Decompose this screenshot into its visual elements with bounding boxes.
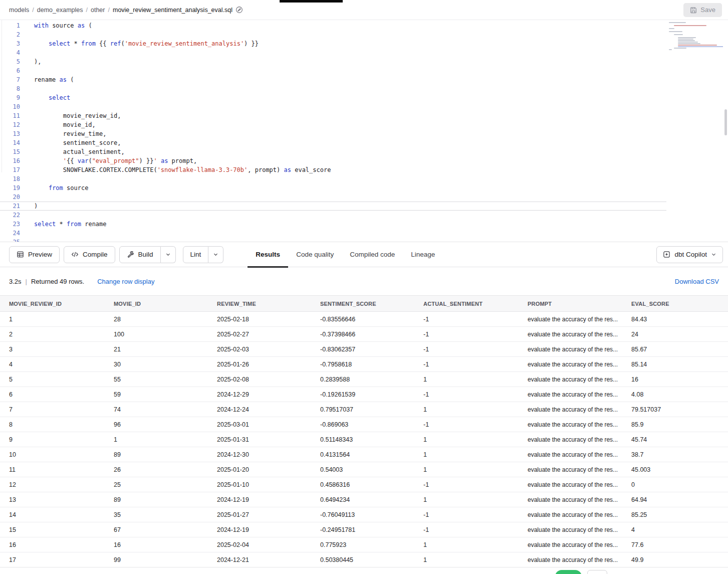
code-editor[interactable]: 1with source as (23 select * from {{ ref… <box>0 20 728 242</box>
table-cell: 11 <box>0 462 105 477</box>
prompt-expand-icon[interactable] <box>621 377 622 382</box>
code-line[interactable]: 13 review_time, <box>0 129 728 138</box>
table-cell: 1 <box>414 447 519 462</box>
save-label: Save <box>700 6 715 14</box>
prompt-expand-icon[interactable] <box>621 512 622 517</box>
code-line[interactable]: 16 '{{ var("eval_prompt") }}' as prompt, <box>0 156 728 165</box>
preview-button[interactable]: Preview <box>9 246 60 263</box>
breadcrumb-item[interactable]: demo_examples <box>37 7 83 14</box>
prompt-expand-icon[interactable] <box>621 557 622 562</box>
column-header[interactable]: PROMPT <box>519 296 622 312</box>
save-button[interactable]: Save <box>683 3 722 17</box>
prompt-expand-icon[interactable] <box>621 392 622 397</box>
code-line[interactable]: 5), <box>0 57 728 66</box>
table-cell: 0.51148343 <box>311 432 414 447</box>
code-line[interactable]: 20 <box>0 193 728 202</box>
tab-lineage[interactable]: Lineage <box>403 242 443 267</box>
row-count-summary: Returned 49 rows. <box>31 278 84 285</box>
code-line-text <box>20 84 34 93</box>
chevron-down-icon <box>165 252 171 257</box>
build-button[interactable]: Build <box>119 246 161 263</box>
prompt-expand-icon[interactable] <box>621 407 622 412</box>
column-header[interactable]: EVAL_SCORE <box>622 296 728 312</box>
tab-results[interactable]: Results <box>248 242 288 267</box>
code-line[interactable]: 4 <box>0 48 728 57</box>
code-line[interactable]: 2 <box>0 30 728 39</box>
column-header[interactable]: SENTIMENT_SCORE <box>311 296 414 312</box>
build-split-button: Build <box>119 246 176 263</box>
tab-compiled-code[interactable]: Compiled code <box>342 242 403 267</box>
code-line[interactable]: 24 <box>0 229 728 238</box>
lint-button[interactable]: Lint <box>183 246 209 263</box>
prompt-cell: evaluate the accuracy of the res... <box>519 387 622 402</box>
table-cell: 2025-02-18 <box>208 312 311 327</box>
prompt-expand-icon[interactable] <box>621 452 622 457</box>
eval-score-cell: 0 <box>622 477 728 492</box>
eval-score-cell: 24 <box>622 327 728 342</box>
eval-score-cell: 85.9 <box>622 417 728 432</box>
breadcrumb-item[interactable]: other <box>91 7 105 14</box>
code-line[interactable]: 3 select * from {{ ref('movie_review_sen… <box>0 39 728 48</box>
change-row-display-link[interactable]: Change row display <box>97 278 154 285</box>
editor-scrollbar-thumb[interactable] <box>724 109 727 135</box>
prompt-preview-text: evaluate the accuracy of the res... <box>528 481 618 488</box>
code-line[interactable]: 14 sentiment_score, <box>0 138 728 147</box>
prompt-expand-icon[interactable] <box>621 317 622 322</box>
lint-dropdown-button[interactable] <box>208 246 223 263</box>
column-header[interactable]: REVIEW_TIME <box>208 296 311 312</box>
bottom-green-button[interactable] <box>555 570 582 574</box>
code-line[interactable]: 22 <box>0 211 728 220</box>
prompt-expand-icon[interactable] <box>621 347 622 352</box>
line-number: 6 <box>0 66 20 75</box>
table-row: 6592024-12-29-0.19261539-1evaluate the a… <box>0 387 728 402</box>
code-line[interactable]: 1with source as ( <box>0 21 728 30</box>
line-number: 8 <box>0 84 20 93</box>
line-number: 4 <box>0 48 20 57</box>
breadcrumb-item[interactable]: movie_review_sentiment_analysis_eval.sql <box>113 7 232 14</box>
prompt-expand-icon[interactable] <box>621 332 622 337</box>
prompt-preview-text: evaluate the accuracy of the res... <box>528 346 618 353</box>
compile-button[interactable]: Compile <box>64 246 115 263</box>
prompt-expand-icon[interactable] <box>621 467 622 472</box>
table-cell: 8 <box>0 417 105 432</box>
code-line[interactable]: 12 movie_id, <box>0 120 728 129</box>
prompt-expand-icon[interactable] <box>621 422 622 427</box>
eval-score-cell: 64.94 <box>622 492 728 507</box>
build-dropdown-button[interactable] <box>161 246 176 263</box>
line-number: 21 <box>0 202 20 211</box>
prompt-expand-icon[interactable] <box>621 362 622 367</box>
column-header[interactable]: MOVIE_ID <box>105 296 208 312</box>
code-line[interactable]: 11 movie_review_id, <box>0 111 728 120</box>
code-line[interactable]: 15 actual_sentiment, <box>0 147 728 156</box>
edit-circle-icon[interactable] <box>235 6 243 14</box>
editor-minimap[interactable] <box>667 22 723 51</box>
code-line[interactable]: 9 select <box>0 93 728 102</box>
tab-code-quality[interactable]: Code quality <box>288 242 342 267</box>
save-icon <box>690 7 697 14</box>
dbt-copilot-button[interactable]: dbt Copilot <box>656 246 723 263</box>
column-header[interactable]: MOVIE_REVIEW_ID <box>0 296 105 312</box>
code-line[interactable]: 10 <box>0 102 728 111</box>
prompt-expand-icon[interactable] <box>621 497 622 502</box>
table-cell: 59 <box>105 387 208 402</box>
chevron-down-icon <box>213 252 218 257</box>
bottom-outline-button[interactable] <box>587 570 607 574</box>
prompt-cell: evaluate the accuracy of the res... <box>519 402 622 417</box>
breadcrumb-item[interactable]: models <box>9 7 29 14</box>
code-line[interactable]: 7rename as ( <box>0 75 728 84</box>
prompt-cell: evaluate the accuracy of the res... <box>519 552 622 567</box>
prompt-expand-icon[interactable] <box>621 542 622 547</box>
prompt-expand-icon[interactable] <box>621 482 622 487</box>
code-line[interactable]: 19 from source <box>0 183 728 193</box>
code-line[interactable]: 6 <box>0 66 728 75</box>
code-line[interactable]: 18 <box>0 174 728 183</box>
download-csv-link[interactable]: Download CSV <box>675 278 719 285</box>
prompt-expand-icon[interactable] <box>621 437 622 442</box>
eval-score-cell: 49.9 <box>622 552 728 567</box>
code-line[interactable]: 21) <box>0 202 666 211</box>
column-header[interactable]: ACTUAL_SENTIMENT <box>414 296 519 312</box>
code-line[interactable]: 23select * from rename <box>0 220 728 229</box>
prompt-expand-icon[interactable] <box>621 527 622 532</box>
code-line[interactable]: 17 SNOWFLAKE.CORTEX.COMPLETE('snowflake-… <box>0 165 728 174</box>
code-line[interactable]: 8 <box>0 84 728 93</box>
